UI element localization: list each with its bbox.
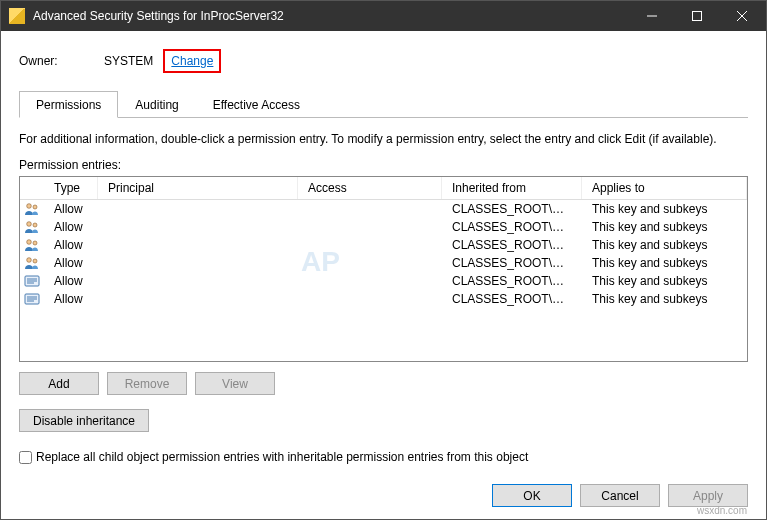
svg-point-5 bbox=[33, 205, 37, 209]
table-row[interactable]: AllowCLASSES_ROOT\CLSID...This key and s… bbox=[20, 254, 747, 272]
replace-checkbox-label: Replace all child object permission entr… bbox=[36, 450, 528, 464]
svg-point-9 bbox=[33, 241, 37, 245]
cell-inherited: CLASSES_ROOT\CLSID... bbox=[442, 273, 582, 289]
owner-row: Owner: SYSTEM Change bbox=[19, 49, 748, 73]
col-access[interactable]: Access bbox=[298, 177, 442, 199]
entry-buttons: Add Remove View bbox=[19, 372, 748, 395]
col-type[interactable]: Type bbox=[44, 177, 98, 199]
cell-applies: This key and subkeys bbox=[582, 255, 747, 271]
tab-auditing[interactable]: Auditing bbox=[118, 91, 195, 118]
svg-point-6 bbox=[27, 222, 32, 227]
registry-icon bbox=[20, 288, 44, 310]
add-button[interactable]: Add bbox=[19, 372, 99, 395]
inheritance-buttons: Disable inheritance bbox=[19, 409, 748, 432]
cell-access bbox=[298, 226, 442, 228]
cell-inherited: CLASSES_ROOT\CLSID... bbox=[442, 237, 582, 253]
minimize-button[interactable] bbox=[629, 2, 674, 30]
cell-applies: This key and subkeys bbox=[582, 291, 747, 307]
folder-icon bbox=[9, 8, 25, 24]
dialog-footer: OK Cancel Apply bbox=[19, 474, 748, 507]
cell-applies: This key and subkeys bbox=[582, 273, 747, 289]
content-pane: Owner: SYSTEM Change Permissions Auditin… bbox=[1, 31, 766, 519]
cell-inherited: CLASSES_ROOT\CLSID... bbox=[442, 219, 582, 235]
svg-point-4 bbox=[27, 204, 32, 209]
cell-type: Allow bbox=[44, 201, 98, 217]
cell-principal bbox=[98, 226, 298, 228]
cell-access bbox=[298, 244, 442, 246]
cell-type: Allow bbox=[44, 219, 98, 235]
replace-checkbox-row[interactable]: Replace all child object permission entr… bbox=[19, 450, 748, 464]
maximize-button[interactable] bbox=[674, 2, 719, 30]
table-row[interactable]: AllowCLASSES_ROOT\CLSID...This key and s… bbox=[20, 218, 747, 236]
svg-point-7 bbox=[33, 223, 37, 227]
cell-principal bbox=[98, 262, 298, 264]
change-owner-link[interactable]: Change bbox=[171, 54, 213, 68]
window: Advanced Security Settings for InProcSer… bbox=[0, 0, 767, 520]
tabs: Permissions Auditing Effective Access bbox=[19, 91, 748, 118]
table-row[interactable]: AllowCLASSES_ROOT\CLSID...This key and s… bbox=[20, 200, 747, 218]
window-title: Advanced Security Settings for InProcSer… bbox=[33, 9, 629, 23]
cell-principal bbox=[98, 280, 298, 282]
cell-type: Allow bbox=[44, 273, 98, 289]
cell-inherited: CLASSES_ROOT\CLSID... bbox=[442, 255, 582, 271]
cell-principal bbox=[98, 208, 298, 210]
cell-applies: This key and subkeys bbox=[582, 237, 747, 253]
col-applies[interactable]: Applies to bbox=[582, 177, 747, 199]
cell-access bbox=[298, 262, 442, 264]
table-row[interactable]: AllowCLASSES_ROOT\CLSID...This key and s… bbox=[20, 290, 747, 308]
cell-access bbox=[298, 208, 442, 210]
remove-button[interactable]: Remove bbox=[107, 372, 187, 395]
change-highlight: Change bbox=[163, 49, 221, 73]
table-row[interactable]: AllowCLASSES_ROOT\CLSID...This key and s… bbox=[20, 272, 747, 290]
ok-button[interactable]: OK bbox=[492, 484, 572, 507]
cell-principal bbox=[98, 244, 298, 246]
grid-body: AllowCLASSES_ROOT\CLSID...This key and s… bbox=[20, 200, 747, 308]
owner-label: Owner: bbox=[19, 54, 104, 68]
cell-applies: This key and subkeys bbox=[582, 201, 747, 217]
cell-principal bbox=[98, 298, 298, 300]
apply-button[interactable]: Apply bbox=[668, 484, 748, 507]
col-principal[interactable]: Principal bbox=[98, 177, 298, 199]
replace-checkbox[interactable] bbox=[19, 451, 32, 464]
svg-point-8 bbox=[27, 240, 32, 245]
cell-type: Allow bbox=[44, 291, 98, 307]
cell-applies: This key and subkeys bbox=[582, 219, 747, 235]
titlebar: Advanced Security Settings for InProcSer… bbox=[1, 1, 766, 31]
disable-inheritance-button[interactable]: Disable inheritance bbox=[19, 409, 149, 432]
tab-permissions[interactable]: Permissions bbox=[19, 91, 118, 118]
cell-access bbox=[298, 298, 442, 300]
cancel-button[interactable]: Cancel bbox=[580, 484, 660, 507]
owner-value: SYSTEM bbox=[104, 54, 153, 68]
permission-grid: Type Principal Access Inherited from App… bbox=[19, 176, 748, 362]
svg-rect-1 bbox=[692, 12, 701, 21]
cell-access bbox=[298, 280, 442, 282]
cell-type: Allow bbox=[44, 255, 98, 271]
view-button[interactable]: View bbox=[195, 372, 275, 395]
tab-effective-access[interactable]: Effective Access bbox=[196, 91, 317, 118]
entries-label: Permission entries: bbox=[19, 158, 748, 172]
grid-header: Type Principal Access Inherited from App… bbox=[20, 177, 747, 200]
svg-point-11 bbox=[33, 259, 37, 263]
footnote: wsxdn.com bbox=[697, 505, 747, 516]
table-row[interactable]: AllowCLASSES_ROOT\CLSID...This key and s… bbox=[20, 236, 747, 254]
col-inherited[interactable]: Inherited from bbox=[442, 177, 582, 199]
svg-point-10 bbox=[27, 258, 32, 263]
info-text: For additional information, double-click… bbox=[19, 132, 748, 146]
col-icon[interactable] bbox=[20, 177, 44, 199]
cell-inherited: CLASSES_ROOT\CLSID... bbox=[442, 291, 582, 307]
close-button[interactable] bbox=[719, 2, 764, 30]
cell-inherited: CLASSES_ROOT\CLSID... bbox=[442, 201, 582, 217]
cell-type: Allow bbox=[44, 237, 98, 253]
